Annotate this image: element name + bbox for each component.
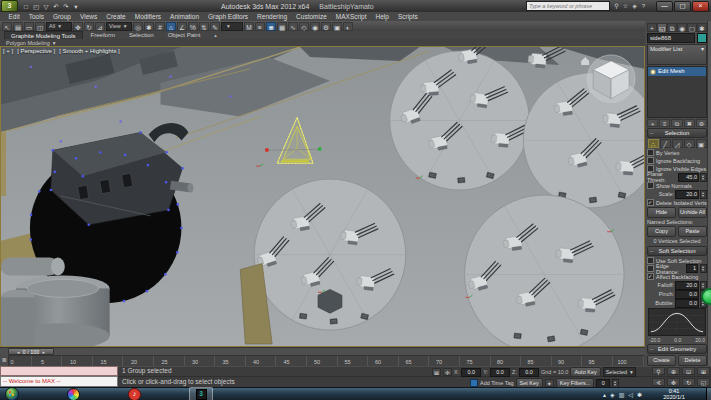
zoom-icon[interactable]: ⚲: [652, 367, 665, 375]
menu-animation[interactable]: Animation: [166, 13, 204, 20]
color-wheel-app-icon[interactable]: [67, 388, 80, 400]
close-button[interactable]: ×: [692, 1, 709, 12]
favorites-icon[interactable]: ☆: [621, 2, 630, 10]
layer-manager-icon[interactable]: ≣: [266, 22, 276, 31]
select-scale-icon[interactable]: ⊿: [95, 22, 105, 31]
scale-field[interactable]: 20.0: [675, 190, 699, 199]
3dsmax-taskbar-button[interactable]: 3: [189, 387, 213, 400]
mirror-icon[interactable]: M: [244, 22, 254, 31]
x-coordinate-field[interactable]: 0.0: [461, 368, 481, 377]
pinch-field[interactable]: 0.0: [675, 290, 699, 299]
music-app-icon[interactable]: ♪: [128, 388, 141, 400]
desktop-gadget[interactable]: [701, 288, 711, 305]
selection-region-icon[interactable]: ▭: [24, 22, 34, 31]
show-desktop-button[interactable]: [706, 388, 711, 400]
pan-icon[interactable]: ✥: [667, 378, 680, 386]
menu-group[interactable]: Group: [48, 13, 75, 20]
falloff-field[interactable]: 20.0: [675, 281, 699, 290]
hierarchy-tab[interactable]: ⧉: [667, 23, 677, 32]
perspective-viewport[interactable]: [0, 46, 645, 347]
volume-icon[interactable]: ◁: [628, 391, 633, 398]
absolute-mode-icon[interactable]: ✛: [443, 368, 452, 376]
curve-editor-icon[interactable]: ∿: [288, 22, 298, 31]
coordinate-system-dropdown[interactable]: View▾: [106, 22, 132, 31]
field-of-view-icon[interactable]: ∢: [652, 378, 665, 386]
paste-button[interactable]: Paste: [678, 226, 707, 237]
y-axis-handle[interactable]: [318, 147, 321, 150]
remove-modifier-icon[interactable]: ✖: [684, 119, 695, 127]
ribbon-tab-graphite-modeling-tools[interactable]: Graphite Modeling Tools: [4, 31, 83, 39]
menu-scripts[interactable]: Scripts: [393, 13, 422, 20]
open-file-icon[interactable]: ◰: [31, 2, 41, 11]
zoom-extents-all-icon[interactable]: ⊞: [697, 367, 710, 375]
viewport-canvas[interactable]: [1, 47, 644, 346]
menu-modifiers[interactable]: Modifiers: [130, 13, 165, 20]
schematic-view-icon[interactable]: ◇: [299, 22, 309, 31]
ribbon-tab-selection[interactable]: Selection: [123, 31, 160, 39]
copy-button[interactable]: Copy: [647, 226, 676, 237]
zoom-all-icon[interactable]: ⊕: [667, 367, 680, 375]
percent-snap-icon[interactable]: %: [188, 22, 198, 31]
mini-curve-editor-button[interactable]: ≣: [0, 355, 9, 366]
ribbon-tab-freeform[interactable]: Freeform: [85, 31, 121, 39]
named-selection-edit-icon[interactable]: ✎: [210, 22, 220, 31]
planar-thresh-spinner[interactable]: [700, 173, 707, 182]
configure-modifier-sets-icon[interactable]: ⚙: [696, 119, 707, 127]
hidden-icons-arrow[interactable]: ▴: [603, 391, 606, 398]
panel-scrollbar[interactable]: [707, 21, 711, 366]
ignore-backfacing-checkbox[interactable]: [647, 157, 654, 164]
ribbon-toggle-icon[interactable]: ▦: [277, 22, 287, 31]
object-color-swatch[interactable]: [697, 33, 707, 43]
make-unique-icon[interactable]: ⧉: [671, 119, 682, 127]
menu-edit[interactable]: Edit: [4, 13, 24, 20]
y-coordinate-field[interactable]: 0.0: [490, 368, 510, 377]
show-normals-checkbox[interactable]: [647, 182, 654, 189]
align-icon[interactable]: ≡: [255, 22, 265, 31]
ignore-visible-edges-checkbox[interactable]: [647, 165, 654, 172]
help-icon[interactable]: ?: [639, 2, 648, 10]
application-menu-button[interactable]: 3: [1, 0, 18, 12]
track-bar[interactable]: 0510152025303540455055606570758085909510…: [0, 355, 645, 366]
new-file-icon[interactable]: □: [21, 2, 31, 11]
ribbon-tab-object-paint[interactable]: Object Paint: [162, 31, 207, 39]
face-subobject-icon[interactable]: ◿: [672, 139, 683, 148]
pivot-center-icon[interactable]: ◎: [133, 22, 143, 31]
modify-tab[interactable]: ◱: [657, 23, 667, 32]
affect-backfacing-checkbox[interactable]: [647, 273, 654, 280]
soft-selection-rollout-header[interactable]: Soft Selection: [647, 246, 707, 256]
save-file-icon[interactable]: ▽: [41, 2, 51, 11]
edge-distance-spinner[interactable]: [700, 264, 707, 273]
viewport-shading-menu[interactable]: [ Smooth + Highlights ]: [59, 48, 120, 54]
maximize-button[interactable]: ▢: [674, 1, 691, 12]
viewport-pov-menu[interactable]: [ Perspective ]: [17, 48, 55, 54]
render-production-icon[interactable]: ◐: [343, 22, 353, 31]
bubble-field[interactable]: 0.0: [675, 299, 699, 308]
material-editor-icon[interactable]: ◉: [310, 22, 320, 31]
prev-frame-arrow[interactable]: ◂: [17, 349, 20, 355]
macro-recorder-field[interactable]: [0, 366, 118, 376]
menu-tools[interactable]: Tools: [24, 13, 48, 20]
menu-graph-editors[interactable]: Graph Editors: [204, 13, 253, 20]
ribbon-collapse-icon[interactable]: ▴: [214, 32, 217, 38]
next-frame-arrow[interactable]: ▸: [42, 349, 45, 355]
delete-isolated-verts-checkbox[interactable]: [647, 199, 654, 206]
selection-filter-dropdown[interactable]: All▾: [46, 22, 72, 31]
gadget-tray-icon[interactable]: ◈: [610, 391, 615, 398]
spinner-snap-icon[interactable]: ⇅: [199, 22, 209, 31]
rendered-frame-icon[interactable]: ▣: [332, 22, 342, 31]
edge-distance-field[interactable]: 1: [686, 264, 698, 273]
maxscript-mini-listener[interactable]: -- Welcome to MAX --: [0, 376, 118, 387]
angle-snap-icon[interactable]: ∠: [177, 22, 187, 31]
edge-distance-checkbox[interactable]: [647, 265, 654, 272]
named-selection-dropdown[interactable]: ▾: [221, 22, 243, 31]
modifier-enabled-icon[interactable]: [650, 69, 656, 75]
edit-geometry-rollout-header[interactable]: Edit Geometry: [647, 344, 707, 354]
start-button[interactable]: [5, 387, 19, 400]
select-by-name-icon[interactable]: ▤: [13, 22, 23, 31]
object-name-field[interactable]: side868: [647, 33, 695, 43]
time-slider-handle[interactable]: ◂ 0 / 100 ▸: [8, 348, 54, 355]
z-coordinate-field[interactable]: 0.0: [519, 368, 539, 377]
menu-customize[interactable]: Customize: [292, 13, 332, 20]
add-time-tag[interactable]: Add Time Tag: [470, 379, 514, 387]
modifier-list-dropdown[interactable]: Modifier List▾: [647, 44, 707, 65]
